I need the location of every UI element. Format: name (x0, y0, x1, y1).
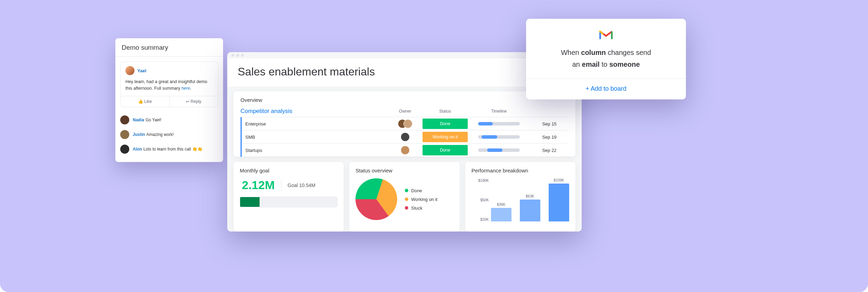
timeline-cell[interactable] (471, 135, 527, 139)
board-widget: Overview Competitor analysis Owner Statu… (234, 91, 575, 156)
post-link[interactable]: here (181, 86, 190, 91)
monthly-goal-widget: Monthly goal 2.12M Goal 10.54M (234, 162, 344, 232)
bar: $63K (520, 194, 540, 221)
date-cell[interactable]: Sep 15 (530, 121, 568, 127)
bar-value-label: $39K (497, 202, 506, 206)
post-body-text: Hey team, had a great and insightful dem… (125, 79, 213, 92)
bar: $109K (549, 178, 569, 221)
add-to-board-button[interactable]: + Add to board (537, 79, 675, 99)
pie-chart (355, 178, 397, 220)
legend-item: Working on it (405, 197, 437, 202)
avatar (125, 66, 134, 75)
table-row[interactable]: SMB Working on it Sep 19 (240, 130, 568, 143)
progress-bar (240, 197, 337, 207)
column-header-status: Status (423, 109, 468, 114)
recipe-token-someone[interactable]: someone (609, 60, 640, 68)
avatar (403, 119, 412, 128)
automation-recipe-card: When column changes send an email to som… (526, 19, 686, 99)
thumbs-up-icon: 👍 (138, 99, 144, 104)
owner-cell[interactable] (391, 119, 419, 128)
status-overview-widget: Status overview Done Working on it Stuck (349, 162, 459, 232)
recipe-token-email[interactable]: email (582, 60, 600, 68)
recipe-token-column[interactable]: column (581, 49, 606, 56)
item-name: Startups (245, 148, 262, 153)
demo-summary-card: Demo summary Yael Hey team, had a great … (115, 38, 223, 162)
traffic-light-icon (241, 54, 244, 57)
widget-title: Performance breakdown (472, 168, 569, 173)
reply-button[interactable]: ↩ Reply (170, 96, 218, 107)
avatar (401, 132, 410, 141)
status-cell[interactable]: Done (423, 119, 468, 129)
y-tick: $20K (472, 217, 489, 221)
y-tick: $50K (472, 198, 489, 202)
status-cell[interactable]: Working on it (423, 132, 468, 142)
legend-item: Done (405, 188, 437, 193)
group-title[interactable]: Competitor analysis (240, 108, 388, 115)
monthly-goal-target: Goal 10.54M (288, 182, 316, 188)
comment-text: Amazing work! (146, 132, 174, 137)
overview-label: Overview (240, 97, 568, 103)
status-cell[interactable]: Done (423, 145, 468, 155)
comment-author[interactable]: Justin (133, 132, 145, 137)
owner-cell[interactable] (391, 132, 419, 141)
traffic-light-icon (231, 54, 234, 57)
owner-cell[interactable] (391, 146, 419, 155)
avatar (401, 146, 410, 155)
demo-summary-title: Demo summary (115, 38, 223, 57)
bar-value-label: $63K (526, 194, 534, 198)
svg-rect-1 (611, 31, 613, 39)
widget-title: Monthly goal (240, 168, 337, 173)
comment-item[interactable]: JustinAmazing work! (120, 127, 218, 142)
gmail-icon (599, 29, 613, 40)
page-title: Sales enablement materials (238, 65, 571, 78)
comment-author[interactable]: Alon (133, 147, 142, 152)
item-name: SMB (245, 135, 255, 140)
table-row[interactable]: Startups Done Sep 22 (240, 143, 568, 156)
column-header-timeline: Timeline (471, 109, 527, 114)
post-author[interactable]: Yael (137, 68, 146, 73)
reply-icon: ↩ (186, 99, 190, 104)
avatar (120, 115, 129, 124)
avatar (120, 145, 129, 154)
date-cell[interactable]: Sep 19 (530, 135, 568, 140)
comment-item[interactable]: NadiaGo Yael! (120, 113, 218, 127)
comments-list: NadiaGo Yael! JustinAmazing work! AlonLo… (115, 111, 223, 162)
bar: $39K (491, 202, 511, 221)
column-header-owner: Owner (391, 109, 419, 114)
like-button[interactable]: 👍 Like (121, 96, 170, 107)
timeline-cell[interactable] (471, 122, 527, 125)
performance-breakdown-widget: Performance breakdown $100K $50K $20K $3… (465, 162, 575, 232)
date-cell[interactable]: Sep 22 (530, 148, 568, 153)
recipe-sentence: When column changes send an email to som… (537, 47, 675, 79)
bar-chart: $100K $50K $20K $39K$63K$109K (472, 178, 569, 227)
comment-author[interactable]: Nadia (133, 117, 144, 122)
traffic-light-icon (236, 54, 239, 57)
pie-legend: Done Working on it Stuck (405, 188, 437, 211)
widget-title: Status overview (355, 168, 453, 173)
item-name: Enterprise (245, 121, 266, 127)
y-tick: $100K (472, 178, 489, 182)
timeline-cell[interactable] (471, 148, 527, 152)
legend-item: Stuck (405, 205, 437, 211)
update-post: Yael Hey team, had a great and insightfu… (120, 62, 218, 107)
avatar (120, 130, 129, 139)
comment-text: Go Yael! (146, 117, 162, 122)
bar-value-label: $109K (554, 178, 564, 182)
comment-item[interactable]: AlonLots to learn from this call 👏👏 (120, 142, 218, 156)
table-row[interactable]: Enterprise Done Sep 15 (240, 117, 568, 130)
comment-text: Lots to learn from this call 👏👏 (144, 147, 203, 152)
monthly-goal-value: 2.12M (242, 178, 275, 192)
